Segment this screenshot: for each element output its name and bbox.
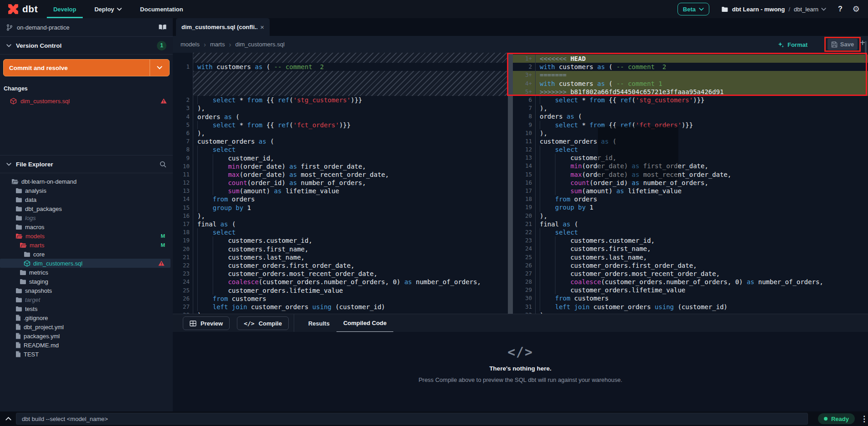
- search-icon[interactable]: [160, 161, 166, 168]
- breadcrumb-file: dim_customers.sql: [235, 41, 284, 48]
- tree-item-metrics[interactable]: metrics: [0, 268, 173, 277]
- table-icon: [190, 321, 196, 326]
- tree-item-core[interactable]: core: [0, 250, 173, 259]
- gear-icon[interactable]: ⚙: [853, 4, 860, 14]
- beta-dropdown[interactable]: Beta: [677, 3, 709, 15]
- branch-row[interactable]: on-demand-practice: [0, 18, 173, 37]
- tree-item-label: snapshots: [25, 287, 52, 294]
- code-line: with customers as ( -- comment 1: [536, 80, 868, 88]
- tree-item-dim-customers-sql[interactable]: dim_customers.sql: [0, 259, 171, 268]
- folder-icon: [24, 251, 30, 257]
- nav-documentation[interactable]: Documentation: [137, 0, 186, 18]
- code-line: max(order_date) as most_recent_order_dat…: [193, 170, 508, 179]
- chevron-down-icon: [699, 8, 704, 11]
- environment-name[interactable]: dbt_learn: [794, 6, 818, 13]
- code-row: 13customer_id,: [513, 154, 868, 162]
- changed-file-row[interactable]: dim_customers.sql: [0, 96, 173, 106]
- tree-item-data[interactable]: data: [0, 195, 173, 204]
- code-row: 7customer_orders as (: [173, 137, 508, 145]
- editor-scrollbar[interactable]: [865, 41, 867, 61]
- code-line: select: [193, 228, 508, 236]
- code-line: final as (: [536, 220, 868, 228]
- tab-results[interactable]: Results: [301, 314, 336, 332]
- tree-item-readme-md[interactable]: README.md: [0, 341, 173, 350]
- editor-pane-divider: [508, 53, 513, 314]
- tree-item--gitignore[interactable]: .gitignore: [0, 313, 173, 322]
- line-number: 9: [173, 154, 193, 162]
- code-row: 25customers.last_name,: [513, 253, 868, 261]
- docs-book-icon[interactable]: [159, 24, 166, 30]
- code-row: 8orders as (: [513, 112, 868, 120]
- modified-badge: M: [161, 233, 165, 239]
- nav-deploy[interactable]: Deploy: [92, 0, 125, 18]
- code-line: from customers: [193, 295, 508, 303]
- tree-item-test[interactable]: TEST: [0, 350, 173, 359]
- code-line: from orders: [193, 195, 508, 203]
- save-button[interactable]: Save: [828, 39, 858, 50]
- line-number: 18: [513, 195, 536, 203]
- results-panel: </> There's nothing here. Press Compile …: [173, 332, 868, 411]
- chevron-up-icon[interactable]: [5, 417, 11, 421]
- command-input[interactable]: [16, 413, 808, 425]
- tree-item-dbt-project-yml[interactable]: dbt_project.yml: [0, 322, 173, 331]
- tab-compiled-code[interactable]: Compiled Code: [336, 314, 393, 332]
- compile-button[interactable]: </> Compile: [237, 316, 289, 330]
- preview-button[interactable]: Preview: [183, 316, 230, 330]
- close-icon[interactable]: ×: [260, 23, 264, 31]
- line-number: 24: [513, 245, 536, 253]
- project-name[interactable]: dbt Learn - mwong: [732, 6, 785, 13]
- cube-icon: [24, 260, 30, 267]
- line-number: 8: [173, 145, 193, 154]
- folder-icon: [15, 206, 22, 212]
- code-line: customers.last_name,: [536, 253, 868, 261]
- tree-item-label: staging: [29, 278, 48, 285]
- code-row: 17sum(amount) as lifetime_value: [513, 187, 868, 195]
- line-number: 31: [513, 303, 536, 311]
- code-row: 31left join customer_orders using (custo…: [513, 303, 868, 311]
- breadcrumb: models › marts › dim_customers.sql: [181, 40, 285, 48]
- tree-item-models[interactable]: modelsM: [0, 231, 173, 241]
- chevron-down-icon[interactable]: [821, 8, 826, 11]
- tab-dim-customers[interactable]: dim_customers.sql (confli... ×: [176, 18, 270, 36]
- tree-item-logs[interactable]: logs: [0, 213, 173, 222]
- code-row: 11customer_orders as (: [513, 137, 868, 145]
- version-control-header[interactable]: Version Control 1: [0, 37, 173, 55]
- line-number: 22: [513, 228, 536, 236]
- commit-and-resolve-button[interactable]: Commit and resolve: [3, 59, 170, 76]
- tree-item-dbt-learn-on-demand[interactable]: dbt-learn-on-demand: [0, 177, 173, 186]
- nav-develop[interactable]: Develop: [50, 0, 79, 18]
- editor-pane-working[interactable]: 1with customers as ( -- comment 22select…: [173, 53, 508, 314]
- breadcrumb-chevron-icon: ›: [204, 40, 206, 48]
- editor-pane-conflict[interactable]: 1+<<<<<<< HEAD2with customers as ( -- co…: [513, 53, 868, 314]
- code-row: 1with customers as ( -- comment 2: [173, 63, 508, 71]
- help-icon[interactable]: ?: [838, 5, 843, 13]
- tree-item-snapshots[interactable]: snapshots: [0, 286, 173, 295]
- tree-item-marts[interactable]: martsM: [0, 241, 173, 250]
- tree-item-label: dbt_packages: [25, 205, 62, 212]
- code-line: ),: [536, 104, 868, 112]
- folder-icon: [15, 297, 22, 303]
- code-row: 19customers.customer_id,: [173, 236, 508, 245]
- dbt-logo-icon[interactable]: [7, 3, 19, 15]
- file-explorer-header[interactable]: File Explorer: [0, 155, 173, 173]
- commit-options-chevron[interactable]: [150, 60, 169, 76]
- tree-item-target[interactable]: target: [0, 295, 173, 304]
- tree-item-dbt-packages[interactable]: dbt_packages: [0, 204, 173, 213]
- code-line: orders as (: [193, 113, 508, 121]
- kebab-menu-icon[interactable]: ⋮: [860, 414, 868, 424]
- code-line: select * from {{ ref('fct_orders')}}: [536, 121, 868, 129]
- status-dot: [824, 417, 828, 421]
- breadcrumb-models: models: [181, 41, 200, 48]
- tree-item-label: core: [33, 251, 45, 258]
- tree-item-packages-yml[interactable]: packages.yml: [0, 331, 173, 341]
- chevron-down-icon: [157, 66, 162, 70]
- tree-item-analysis[interactable]: analysis: [0, 186, 173, 195]
- tree-item-staging[interactable]: staging: [0, 277, 173, 286]
- line-number: 23: [513, 236, 536, 245]
- format-button[interactable]: Format: [778, 39, 808, 50]
- tree-item-tests[interactable]: tests: [0, 304, 173, 313]
- line-number: 5+: [513, 88, 536, 96]
- code-row: 28coalesce(customer_orders.number_of_ord…: [513, 278, 868, 286]
- line-number: 14: [173, 195, 193, 203]
- tree-item-macros[interactable]: macros: [0, 222, 173, 231]
